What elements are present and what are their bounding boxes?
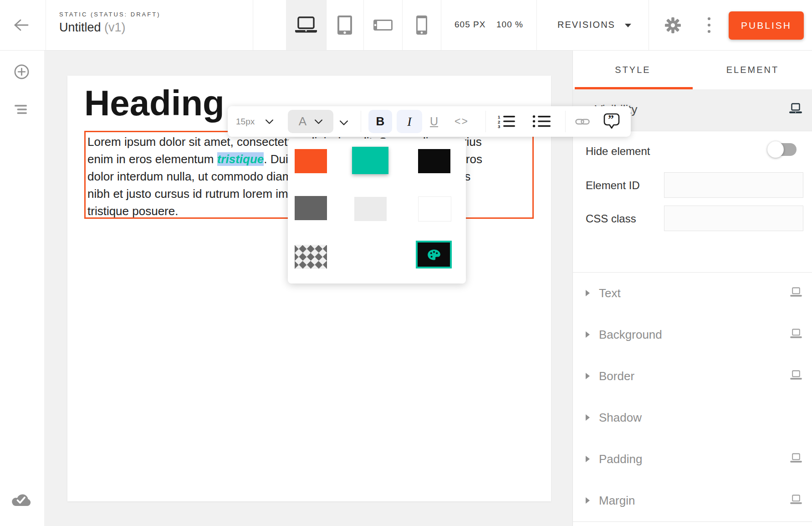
settings-button[interactable] <box>664 17 681 36</box>
phone-portrait-icon <box>416 15 428 35</box>
laptop-icon <box>790 329 802 341</box>
divider <box>649 0 649 50</box>
divider <box>565 111 566 132</box>
laptop-icon <box>790 453 802 465</box>
laptop-icon <box>790 287 802 299</box>
underline-button[interactable]: U <box>430 106 438 137</box>
section-label: Shadow <box>599 411 642 425</box>
plus-circle-icon <box>14 64 30 80</box>
section-background[interactable]: Background <box>573 314 812 356</box>
divider <box>361 111 361 132</box>
device-mobile-landscape-button[interactable] <box>363 0 402 50</box>
swatch-dark-gray[interactable] <box>295 196 327 220</box>
revisions-dropdown[interactable]: REVISIONS <box>557 20 631 30</box>
element-id-input[interactable] <box>664 172 803 198</box>
device-tablet-button[interactable] <box>326 0 363 50</box>
highlight-color-dropdown[interactable] <box>340 119 348 127</box>
laptop-icon <box>790 370 802 382</box>
chevron-right-icon <box>586 414 590 421</box>
canvas-width-label: 605 PX <box>455 20 485 30</box>
document-title-block: STATIC (STATUS: DRAFT) Untitled (v1) <box>59 11 160 35</box>
device-mobile-portrait-button[interactable] <box>402 0 441 50</box>
highlighted-word: tristique <box>217 152 264 166</box>
kebab-menu-icon <box>706 16 712 34</box>
ordered-list-button[interactable]: 1 2 3 <box>497 114 516 130</box>
swatch-custom-color[interactable] <box>416 241 452 268</box>
color-picker-popup <box>288 139 466 284</box>
section-label: Margin <box>599 494 635 508</box>
top-bar: STATIC (STATUS: DRAFT) Untitled (v1) <box>0 0 812 51</box>
zoom-level-label: 100 % <box>496 20 523 30</box>
laptop-icon <box>294 16 318 34</box>
italic-button[interactable]: I <box>397 110 422 133</box>
document-title: Untitled (v1) <box>59 21 160 35</box>
add-element-button[interactable] <box>14 64 30 82</box>
color-letter: A <box>299 114 306 129</box>
hide-element-toggle[interactable] <box>767 142 797 157</box>
document-status: STATIC (STATUS: DRAFT) <box>59 11 160 18</box>
chevron-down-icon <box>315 119 322 124</box>
swatch-transparent[interactable] <box>295 245 327 269</box>
unordered-list-icon <box>532 114 551 129</box>
section-label: Text <box>599 286 621 300</box>
bold-button[interactable]: B <box>368 110 392 133</box>
back-button[interactable] <box>13 18 29 34</box>
chevron-right-icon <box>586 456 590 462</box>
cloud-check-icon <box>10 491 32 506</box>
svg-text:2: 2 <box>498 119 500 124</box>
chevron-down-icon <box>340 120 348 125</box>
element-id-label: Element ID <box>586 179 640 192</box>
swatch-teal[interactable] <box>352 147 388 174</box>
paragraph-text: enim in eros elementum <box>87 152 217 166</box>
text-color-dropdown[interactable]: A <box>288 110 333 133</box>
css-class-input[interactable] <box>664 206 803 231</box>
hide-element-label: Hide element <box>586 145 650 158</box>
quote-icon: ” <box>603 113 620 130</box>
divider <box>253 0 253 50</box>
publish-button[interactable]: PUBLISH <box>729 11 804 40</box>
link-button[interactable] <box>575 118 590 128</box>
section-text[interactable]: Text <box>573 273 812 315</box>
layers-list-icon <box>14 104 29 114</box>
css-class-label: CSS class <box>586 212 636 225</box>
section-padding[interactable]: Padding <box>573 438 812 480</box>
svg-text:1: 1 <box>498 114 500 119</box>
swatch-white[interactable] <box>418 196 451 222</box>
more-options-button[interactable] <box>706 16 712 36</box>
font-size-dropdown[interactable]: 15px <box>236 106 273 137</box>
canvas-heading[interactable]: Heading <box>84 83 225 124</box>
ordered-list-icon: 1 2 3 <box>497 114 516 129</box>
left-toolbar-rail <box>0 50 44 526</box>
swatch-black[interactable] <box>418 149 450 173</box>
quote-button[interactable]: ” <box>603 113 620 132</box>
section-label: Background <box>599 328 662 342</box>
chevron-right-icon <box>586 331 590 338</box>
toggle-knob <box>767 141 784 158</box>
tab-style[interactable]: STYLE <box>573 50 693 89</box>
document-version: (v1) <box>104 21 126 34</box>
chevron-down-icon <box>266 119 273 124</box>
device-desktop-button[interactable] <box>286 0 326 50</box>
device-scope-indicator <box>789 103 802 116</box>
section-border[interactable]: Border <box>573 356 812 397</box>
font-size-value: 15px <box>236 117 255 127</box>
tablet-icon <box>337 15 352 35</box>
unordered-list-button[interactable] <box>532 114 551 130</box>
palette-icon <box>427 249 441 261</box>
gear-icon <box>664 17 681 34</box>
swatch-orange[interactable] <box>295 149 327 173</box>
svg-text:”: ” <box>608 113 614 126</box>
section-margin[interactable]: Margin <box>573 480 812 522</box>
rich-text-toolbar: 15px A B I U <> 1 2 3 <box>228 106 631 137</box>
page-structure-button[interactable] <box>14 104 29 116</box>
panel-tab-bar: STYLE ELEMENT <box>573 50 812 90</box>
divider <box>441 0 441 50</box>
laptop-icon <box>789 103 802 114</box>
code-button[interactable]: <> <box>455 106 469 137</box>
save-status-indicator <box>10 491 32 508</box>
section-shadow[interactable]: Shadow <box>573 397 812 439</box>
section-label: Padding <box>599 452 642 466</box>
laptop-icon <box>790 495 802 507</box>
tab-element[interactable]: ELEMENT <box>693 50 812 89</box>
swatch-light-gray[interactable] <box>354 197 387 221</box>
